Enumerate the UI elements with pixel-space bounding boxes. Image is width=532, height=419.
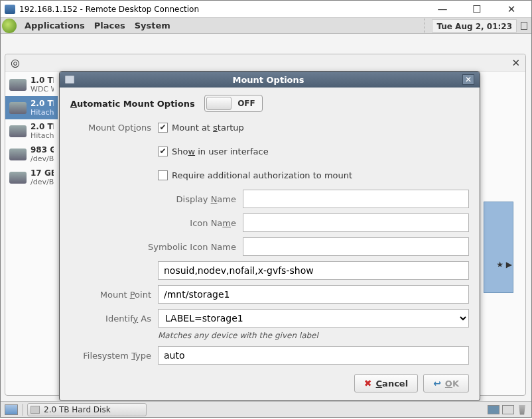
- drive-item[interactable]: 1.0 TB WDC WD: [5, 73, 58, 96]
- dialog-close-button[interactable]: ✕: [462, 74, 474, 85]
- cancel-icon: ✖: [364, 378, 372, 389]
- power-icon[interactable]: ◎: [11, 56, 20, 69]
- cancel-button[interactable]: ✖ CCancelancel: [354, 374, 418, 392]
- mate-logo-icon[interactable]: [2, 19, 17, 33]
- display-name-label: Display Name: [70, 194, 243, 204]
- taskbar-item-label: 2.0 TB Hard Disk: [44, 405, 111, 414]
- panel-clock[interactable]: Tue Aug 2, 01:23: [432, 19, 517, 32]
- menu-places[interactable]: Places: [90, 21, 129, 30]
- automatic-mount-label: AAutomatic Mount Optionsutomatic Mount O…: [70, 99, 195, 109]
- mate-bottom-panel: 2.0 TB Hard Disk: [1, 401, 531, 417]
- show-desktop-button[interactable]: [5, 404, 18, 415]
- symbolic-icon-label: Symbolic Icon Name: [70, 242, 243, 252]
- volume-block[interactable]: [484, 202, 513, 293]
- symbolic-icon-input[interactable]: [243, 237, 469, 256]
- drive-size: 17 GB l: [31, 168, 54, 178]
- taskbar-item[interactable]: 2.0 TB Hard Disk: [27, 403, 147, 416]
- drive-item[interactable]: 17 GB l /dev/Ba: [5, 166, 58, 189]
- identify-hint: Matches any device with the given label: [158, 331, 318, 340]
- workspace-1[interactable]: [488, 405, 499, 414]
- trash-icon[interactable]: [517, 404, 527, 415]
- require-auth-checkbox[interactable]: [158, 170, 168, 180]
- icon-name-input[interactable]: [243, 213, 469, 232]
- drive-size: 2.0 TB: [31, 99, 54, 108]
- panel-separator: [424, 19, 428, 33]
- show-in-ui-checkbox[interactable]: ✔: [158, 147, 168, 156]
- drive-size: 1.0 TB: [31, 76, 54, 85]
- rdc-icon: [5, 5, 15, 14]
- dialog-titlebar[interactable]: Mount Options ✕: [60, 72, 480, 88]
- mount-point-label: Mount Point: [70, 290, 158, 300]
- dialog-icon: [65, 76, 74, 84]
- drive-item[interactable]: 2.0 TB Hitachi H: [5, 119, 58, 143]
- dialog-title: Mount Options: [74, 75, 462, 85]
- switch-knob-icon: [206, 97, 232, 110]
- icon-name-label: Icon Name: [70, 218, 243, 228]
- volume-footer-icons[interactable]: ★ ▶: [496, 260, 512, 269]
- drive-model: WDC WD: [31, 85, 54, 93]
- hdd-icon: [9, 149, 27, 160]
- disks-close-button[interactable]: ✕: [511, 57, 520, 69]
- disks-titlebar: ◎ ✕: [5, 54, 525, 72]
- hdd-icon: [9, 79, 27, 91]
- rdc-close-button[interactable]: ✕: [498, 3, 525, 15]
- drive-size: 2.0 TB: [31, 122, 54, 131]
- show-in-ui-label: Show in user interface: [172, 147, 269, 156]
- display-name-input[interactable]: [243, 190, 469, 208]
- rdc-title: 192.168.1.152 - Remote Desktop Connectio…: [19, 5, 425, 14]
- drive-model: Hitachi H: [31, 108, 54, 117]
- filesystem-type-input[interactable]: [158, 346, 469, 365]
- drive-model: Hitachi H: [31, 131, 54, 140]
- ok-icon: ↩: [433, 378, 441, 389]
- filesystem-type-label: Filesystem Type: [70, 351, 158, 361]
- hdd-icon: [9, 172, 27, 184]
- rdc-maximize-button[interactable]: ☐: [464, 3, 490, 15]
- require-auth-label: Require additional authorization to moun…: [172, 170, 352, 180]
- workspace-2[interactable]: [502, 405, 514, 414]
- mount-options-input[interactable]: [158, 261, 469, 280]
- mount-options-label: Mount Options: [70, 123, 158, 133]
- hdd-icon: [9, 125, 27, 137]
- identify-as-select[interactable]: LABEL=storage1: [158, 309, 469, 328]
- menu-applications[interactable]: Applications: [21, 21, 89, 30]
- drive-item[interactable]: 983 GB /dev/Ba: [5, 143, 58, 166]
- mate-top-panel: Applications Places System Tue Aug 2, 01…: [1, 18, 531, 34]
- drive-sidebar: 1.0 TB WDC WD 2.0 TB Hitachi H: [5, 72, 58, 395]
- identify-as-label: Identify As: [70, 314, 158, 324]
- drive-model: /dev/Ba: [31, 178, 54, 186]
- rdc-minimize-button[interactable]: —: [429, 3, 456, 15]
- drive-item-selected[interactable]: 2.0 TB Hitachi H: [5, 96, 58, 119]
- rdc-titlebar: 192.168.1.152 - Remote Desktop Connectio…: [1, 1, 531, 18]
- mount-point-input[interactable]: [158, 285, 469, 304]
- mount-at-startup-label: Mount at startup: [172, 123, 244, 133]
- ok-label: OK: [445, 379, 459, 389]
- switch-state: OFF: [237, 99, 261, 108]
- hdd-icon: [9, 102, 27, 114]
- drive-size: 983 GB: [31, 145, 54, 154]
- panel-grip-icon[interactable]: [22, 404, 23, 416]
- automatic-mount-switch[interactable]: OFF: [204, 95, 263, 112]
- mount-options-dialog: Mount Options ✕ AAutomatic Mount Options…: [59, 71, 480, 401]
- ok-button[interactable]: ↩ OK: [423, 374, 469, 392]
- hdd-icon: [31, 406, 40, 414]
- panel-applet-icon[interactable]: [521, 22, 527, 30]
- drive-model: /dev/Ba: [31, 154, 54, 163]
- mount-at-startup-checkbox[interactable]: ✔: [158, 123, 168, 133]
- menu-system[interactable]: System: [131, 21, 174, 30]
